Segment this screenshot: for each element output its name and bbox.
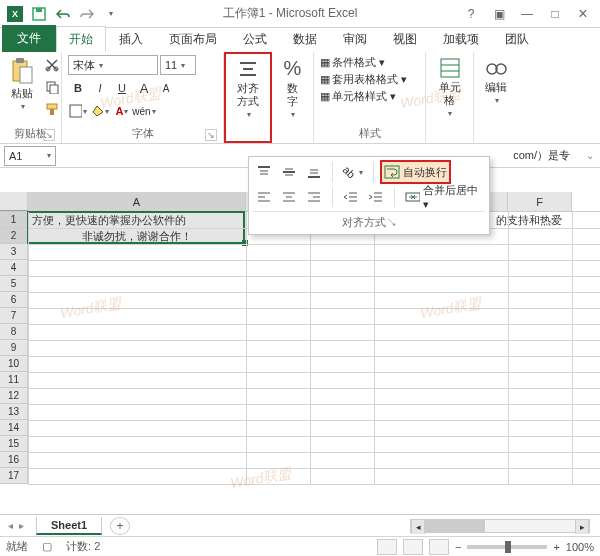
- ribbon-min-button[interactable]: ▣: [486, 4, 512, 24]
- name-box[interactable]: A1▾: [4, 146, 56, 166]
- excel-icon[interactable]: X: [4, 3, 26, 25]
- scroll-right-icon[interactable]: ▸: [575, 520, 589, 534]
- row-header-12[interactable]: 12: [0, 388, 28, 404]
- cell-tail[interactable]: 的支持和热爱: [494, 212, 564, 228]
- zoom-value[interactable]: 100%: [566, 541, 594, 553]
- tab-team[interactable]: 团队: [492, 26, 542, 52]
- format-painter-icon[interactable]: [42, 99, 62, 119]
- font-family-combo[interactable]: 宋体▾: [68, 55, 158, 75]
- row-header-5[interactable]: 5: [0, 276, 28, 292]
- alignment-dropdown-button[interactable]: 对齐方式 ▾: [230, 56, 266, 121]
- group-clipboard: 粘贴 ▾ 剪贴板↘: [0, 52, 62, 143]
- cell-a2[interactable]: 非诚勿扰，谢谢合作！: [30, 228, 244, 244]
- tab-addins[interactable]: 加载项: [430, 26, 492, 52]
- align-right-icon[interactable]: [303, 186, 325, 208]
- cells-button[interactable]: 单元格 ▾: [432, 55, 467, 120]
- row-header-14[interactable]: 14: [0, 420, 28, 436]
- row-header-3[interactable]: 3: [0, 244, 28, 260]
- italic-button[interactable]: I: [90, 78, 110, 98]
- undo-icon[interactable]: [52, 3, 74, 25]
- row-header-4[interactable]: 4: [0, 260, 28, 276]
- cut-icon[interactable]: [42, 55, 62, 75]
- cond-format-button[interactable]: 条件格式 ▾: [332, 55, 385, 70]
- row-header-17[interactable]: 17: [0, 468, 28, 484]
- row-header-16[interactable]: 16: [0, 452, 28, 468]
- sheet-nav[interactable]: ◂▸: [0, 520, 32, 531]
- help-button[interactable]: ?: [458, 4, 484, 24]
- row-header-13[interactable]: 13: [0, 404, 28, 420]
- fill-handle[interactable]: [242, 240, 248, 246]
- row-header-2[interactable]: 2: [0, 228, 28, 244]
- horizontal-scrollbar[interactable]: ◂ ▸: [410, 519, 590, 533]
- sheet-tab-1[interactable]: Sheet1: [36, 517, 102, 535]
- redo-icon[interactable]: [76, 3, 98, 25]
- launcher-icon[interactable]: ↘: [43, 129, 55, 141]
- increase-indent-icon[interactable]: [365, 186, 387, 208]
- row-header-10[interactable]: 10: [0, 356, 28, 372]
- tab-insert[interactable]: 插入: [106, 26, 156, 52]
- font-shrink-icon[interactable]: A: [156, 78, 176, 98]
- save-icon[interactable]: [28, 3, 50, 25]
- bold-button[interactable]: B: [68, 78, 88, 98]
- tab-file[interactable]: 文件: [2, 25, 56, 52]
- font-color-icon[interactable]: A▾: [112, 101, 132, 121]
- qat-customize-icon[interactable]: ▾: [100, 3, 122, 25]
- row-header-7[interactable]: 7: [0, 308, 28, 324]
- find-button[interactable]: 编辑 ▾: [481, 55, 511, 107]
- paste-button[interactable]: 粘贴 ▾: [6, 55, 38, 113]
- select-all-corner[interactable]: [0, 192, 28, 211]
- row-header-11[interactable]: 11: [0, 372, 28, 388]
- font-size-combo[interactable]: 11▾: [160, 55, 196, 75]
- tab-home[interactable]: 开始: [56, 26, 106, 52]
- close-button[interactable]: ×: [570, 4, 596, 24]
- tab-view[interactable]: 视图: [380, 26, 430, 52]
- cell-style-button[interactable]: 单元格样式 ▾: [332, 89, 396, 104]
- align-top-icon[interactable]: [253, 161, 275, 183]
- table-format-button[interactable]: 套用表格格式 ▾: [332, 72, 407, 87]
- phonetic-icon[interactable]: wén▾: [134, 101, 154, 121]
- tab-data[interactable]: 数据: [280, 26, 330, 52]
- fill-color-icon[interactable]: ▾: [90, 101, 110, 121]
- macro-record-icon[interactable]: ▢: [42, 540, 52, 553]
- zoom-slider[interactable]: [467, 545, 547, 549]
- align-center-icon[interactable]: [278, 186, 300, 208]
- copy-icon[interactable]: [42, 77, 62, 97]
- group-label-clipboard: 剪贴板↘: [6, 124, 55, 141]
- zoom-out-button[interactable]: −: [455, 541, 461, 553]
- launcher-icon[interactable]: ↘: [386, 216, 397, 228]
- col-header-f[interactable]: F: [508, 192, 572, 211]
- tab-review[interactable]: 审阅: [330, 26, 380, 52]
- view-pagelayout-icon[interactable]: [403, 539, 423, 555]
- zoom-in-button[interactable]: +: [553, 541, 559, 553]
- launcher-icon[interactable]: ↘: [205, 129, 217, 141]
- new-sheet-button[interactable]: +: [110, 517, 130, 535]
- wrap-text-button[interactable]: 自动换行: [381, 161, 450, 183]
- align-bottom-icon[interactable]: [303, 161, 325, 183]
- maximize-button[interactable]: □: [542, 4, 568, 24]
- col-header-a[interactable]: A: [28, 192, 246, 211]
- row-header-6[interactable]: 6: [0, 292, 28, 308]
- orientation-icon[interactable]: ab▾: [340, 161, 366, 183]
- expand-formula-icon[interactable]: ⌄: [580, 150, 600, 161]
- group-alignment[interactable]: 对齐方式 ▾: [224, 52, 272, 143]
- minimize-button[interactable]: —: [514, 4, 540, 24]
- decrease-indent-icon[interactable]: [340, 186, 362, 208]
- tab-formulas[interactable]: 公式: [230, 26, 280, 52]
- row-header-8[interactable]: 8: [0, 324, 28, 340]
- row-header-1[interactable]: 1: [0, 212, 28, 228]
- row-header-9[interactable]: 9: [0, 340, 28, 356]
- view-normal-icon[interactable]: [377, 539, 397, 555]
- font-grow-icon[interactable]: A: [134, 78, 154, 98]
- spreadsheet-grid[interactable]: A B C E F 1234567891011121314151617 方便，更…: [0, 192, 600, 514]
- cells-area[interactable]: 方便，更快速的掌握办公软件的 非诚勿扰，谢谢合作！ 的支持和热爱: [28, 212, 600, 484]
- row-header-15[interactable]: 15: [0, 436, 28, 452]
- align-middle-icon[interactable]: [278, 161, 300, 183]
- tab-pagelayout[interactable]: 页面布局: [156, 26, 230, 52]
- underline-button[interactable]: U: [112, 78, 132, 98]
- number-format-button[interactable]: % 数字 ▾: [278, 55, 307, 121]
- merge-center-button[interactable]: 合并后居中 ▾: [402, 186, 485, 208]
- scroll-left-icon[interactable]: ◂: [411, 520, 425, 534]
- view-pagebreak-icon[interactable]: [429, 539, 449, 555]
- border-icon[interactable]: ▾: [68, 101, 88, 121]
- align-left-icon[interactable]: [253, 186, 275, 208]
